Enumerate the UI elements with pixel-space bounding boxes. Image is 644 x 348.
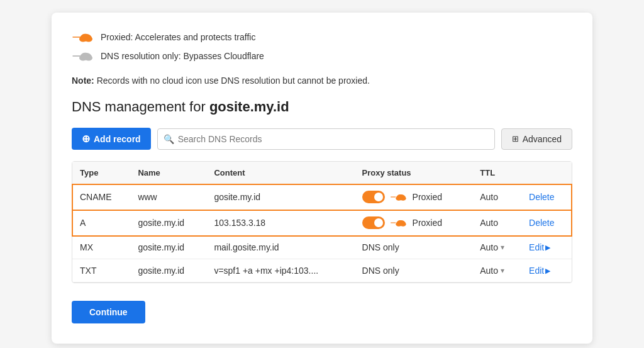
- advanced-label: Advanced: [523, 134, 562, 144]
- table-row: CNAME www gosite.my.id: [72, 184, 572, 210]
- dns-only-label: DNS only: [362, 242, 399, 252]
- proxied-cloud-small: [390, 192, 408, 202]
- note-bold: Note:: [72, 76, 94, 86]
- table-body: CNAME www gosite.my.id: [72, 184, 572, 283]
- continue-label: Continue: [89, 307, 128, 317]
- dns-only-legend-item: DNS resolution only: Bypasses Cloudflare: [72, 49, 572, 63]
- ttl-value: Auto: [480, 242, 498, 252]
- cell-content: mail.gosite.my.id: [206, 236, 354, 259]
- cell-proxy-status: Proxied: [355, 184, 473, 210]
- dns-table-wrapper: Type Name Content Proxy status TTL CNAME…: [72, 161, 572, 283]
- col-proxy-status: Proxy status: [355, 162, 473, 184]
- svg-point-11: [82, 53, 89, 58]
- col-name: Name: [130, 162, 206, 184]
- cell-action[interactable]: Delete: [521, 184, 572, 210]
- proxy-toggle[interactable]: [362, 191, 385, 203]
- proxied-legend-item: Proxied: Accelerates and protects traffi…: [72, 30, 572, 44]
- cell-action[interactable]: Edit▶: [521, 236, 572, 259]
- cell-proxy-status: Proxied: [355, 210, 473, 236]
- col-ttl: TTL: [472, 162, 521, 184]
- toolbar: ⊕ Add record 🔍 ⊞ Advanced: [72, 128, 572, 150]
- dns-only-legend-text: DNS resolution only: Bypasses Cloudflare: [101, 51, 264, 61]
- continue-section: Continue: [72, 301, 572, 323]
- ttl-value: Auto: [480, 266, 498, 276]
- edit-link-2[interactable]: Edit▶: [529, 266, 564, 276]
- cell-name: gosite.my.id: [130, 236, 206, 259]
- search-wrapper: 🔍: [157, 128, 495, 150]
- cell-name: www: [130, 184, 206, 210]
- search-input[interactable]: [157, 128, 495, 150]
- dns-table: Type Name Content Proxy status TTL CNAME…: [72, 162, 572, 283]
- add-record-button[interactable]: ⊕ Add record: [72, 128, 151, 150]
- svg-point-5: [82, 34, 89, 39]
- cell-name: gosite.my.id: [130, 259, 206, 283]
- proxy-label: Proxied: [413, 192, 442, 202]
- ttl-dropdown-icon-2[interactable]: ▾: [501, 266, 504, 275]
- plus-icon: ⊕: [82, 133, 90, 145]
- ttl-dropdown-icon[interactable]: ▾: [501, 243, 504, 252]
- cell-type: TXT: [72, 259, 130, 283]
- dns-title-prefix: DNS management for: [72, 99, 209, 115]
- proxy-toggle[interactable]: [362, 216, 385, 229]
- cell-action[interactable]: Edit▶: [521, 259, 572, 283]
- add-record-label: Add record: [94, 134, 141, 144]
- cell-proxy-status: DNS only: [355, 259, 473, 283]
- cell-content: gosite.my.id: [206, 184, 354, 210]
- cell-ttl: Auto ▾: [472, 236, 521, 259]
- delete-link[interactable]: Delete: [529, 192, 554, 202]
- edit-link[interactable]: Edit▶: [529, 242, 564, 252]
- advanced-button[interactable]: ⊞ Advanced: [501, 128, 572, 150]
- chevron-right-icon: ▶: [545, 244, 550, 252]
- dns-title: DNS management for gosite.my.id: [72, 99, 572, 115]
- proxied-legend-text: Proxied: Accelerates and protects traffi…: [101, 32, 255, 42]
- table-row: A gosite.my.id 103.153.3.18: [72, 210, 572, 236]
- table-row: TXT gosite.my.id v=spf1 +a +mx +ip4:103.…: [72, 259, 572, 283]
- cell-name: gosite.my.id: [130, 210, 206, 236]
- svg-point-17: [397, 194, 402, 198]
- col-action: [521, 162, 572, 184]
- dns-only-cloud-icon: [72, 49, 94, 63]
- cell-ttl: Auto ▾: [472, 259, 521, 283]
- cell-type: MX: [72, 236, 130, 259]
- col-type: Type: [72, 162, 130, 184]
- cell-content: 103.153.3.18: [206, 210, 354, 236]
- continue-button[interactable]: Continue: [72, 301, 145, 323]
- table-row: MX gosite.my.id mail.gosite.my.id DNS on…: [72, 236, 572, 259]
- dns-title-domain: gosite.my.id: [209, 99, 289, 115]
- cell-ttl: Auto: [472, 210, 521, 236]
- main-card: Proxied: Accelerates and protects traffi…: [52, 13, 592, 344]
- dns-only-label: DNS only: [362, 266, 399, 276]
- delete-link-2[interactable]: Delete: [529, 218, 554, 228]
- cell-type: CNAME: [72, 184, 130, 210]
- table-icon: ⊞: [512, 134, 519, 143]
- cell-content: v=spf1 +a +mx +ip4:103....: [206, 259, 354, 283]
- note-section: Note: Records with no cloud icon use DNS…: [72, 74, 572, 87]
- table-header: Type Name Content Proxy status TTL: [72, 162, 572, 184]
- proxied-cloud-icon: [72, 30, 94, 44]
- legend-section: Proxied: Accelerates and protects traffi…: [72, 30, 572, 63]
- svg-point-23: [397, 220, 402, 224]
- proxied-cloud-small-2: [390, 218, 408, 228]
- cell-ttl: Auto: [472, 184, 521, 210]
- note-text: Records with no cloud icon use DNS resol…: [94, 76, 370, 86]
- chevron-right-icon-2: ▶: [545, 267, 550, 275]
- search-icon: 🔍: [164, 134, 174, 144]
- cell-proxy-status: DNS only: [355, 236, 473, 259]
- cell-type: A: [72, 210, 130, 236]
- proxy-label: Proxied: [413, 218, 442, 228]
- cell-action[interactable]: Delete: [521, 210, 572, 236]
- col-content: Content: [206, 162, 354, 184]
